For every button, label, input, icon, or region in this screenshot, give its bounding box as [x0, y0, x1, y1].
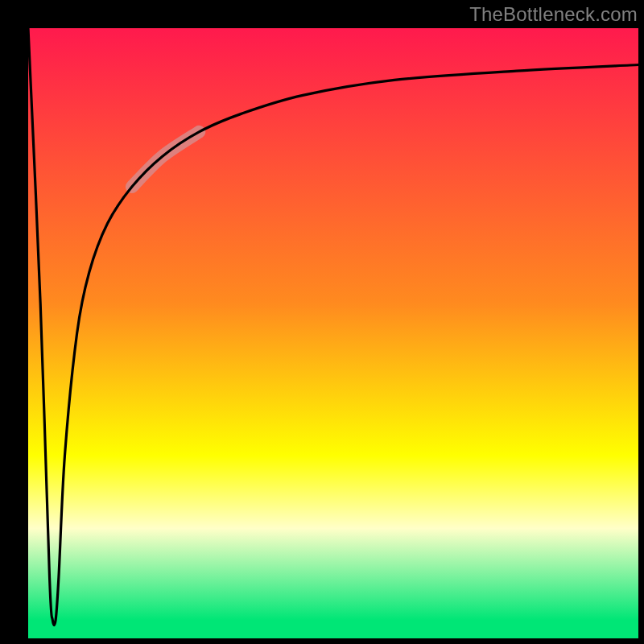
chart-container: TheBottleneck.com	[0, 0, 644, 644]
attribution-label: TheBottleneck.com	[469, 3, 638, 26]
bottleneck-plot	[0, 0, 644, 644]
svg-rect-0	[28, 28, 638, 638]
